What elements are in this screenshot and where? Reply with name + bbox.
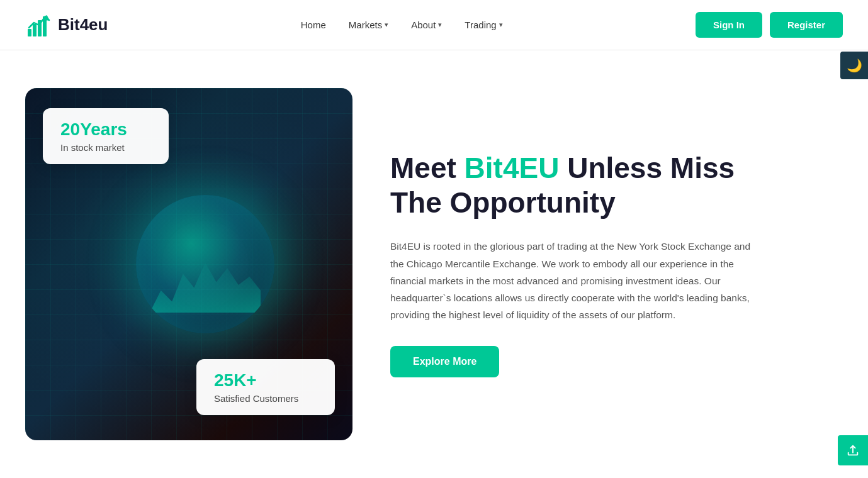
- register-button[interactable]: Register: [770, 12, 843, 38]
- hero-title: Meet Bit4EU Unless Miss The Opportunity: [390, 151, 755, 220]
- stat-years-label: In stock market: [60, 142, 151, 153]
- stat-customers-label: Satisfied Customers: [214, 393, 317, 404]
- nav-item-home[interactable]: Home: [301, 19, 326, 30]
- stat-card-customers: 25K+ Satisfied Customers: [196, 359, 335, 415]
- svg-rect-1: [33, 24, 37, 36]
- chevron-down-icon: ▾: [438, 21, 442, 29]
- hero-image-wrap: 20Years In stock market 25K+ Satisfied C…: [25, 88, 352, 440]
- dark-mode-toggle[interactable]: 🌙: [840, 52, 868, 79]
- hero-title-part1: Meet: [390, 152, 465, 184]
- nav-item-about[interactable]: About ▾: [411, 19, 442, 30]
- nav-buttons: Sign In Register: [696, 12, 843, 38]
- nav-link-markets[interactable]: Markets ▾: [349, 19, 388, 30]
- hero-description: Bit4EU is rooted in the glorious part of…: [390, 238, 755, 323]
- brand-name: Bit4eu: [58, 15, 108, 35]
- chevron-down-icon: ▾: [385, 21, 388, 29]
- nav-link-trading[interactable]: Trading ▾: [465, 19, 502, 30]
- navbar: Bit4eu Home Markets ▾ About ▾ Trading ▾ …: [0, 0, 868, 50]
- logo[interactable]: Bit4eu: [25, 11, 108, 39]
- stat-card-years: 20Years In stock market: [43, 108, 169, 164]
- nav-link-home[interactable]: Home: [301, 19, 326, 30]
- share-button[interactable]: [838, 435, 868, 465]
- nav-item-markets[interactable]: Markets ▾: [349, 19, 388, 30]
- nav-links: Home Markets ▾ About ▾ Trading ▾: [301, 19, 503, 30]
- logo-icon: [25, 11, 53, 39]
- nav-link-about[interactable]: About ▾: [411, 19, 442, 30]
- hero-section: 20Years In stock market 25K+ Satisfied C…: [0, 50, 868, 478]
- share-icon: [846, 443, 860, 457]
- chart-orb: [136, 195, 274, 333]
- hero-title-brand: Bit4EU: [465, 152, 560, 184]
- nav-item-trading[interactable]: Trading ▾: [465, 19, 502, 30]
- stat-years-value: 20Years: [60, 119, 151, 140]
- stat-customers-value: 25K+: [214, 370, 317, 391]
- explore-more-button[interactable]: Explore More: [390, 346, 499, 377]
- signin-button[interactable]: Sign In: [696, 12, 762, 38]
- hero-content: Meet Bit4EU Unless Miss The Opportunity …: [390, 151, 755, 377]
- moon-icon: 🌙: [847, 58, 862, 73]
- chevron-down-icon: ▾: [499, 21, 503, 29]
- svg-rect-0: [28, 29, 31, 36]
